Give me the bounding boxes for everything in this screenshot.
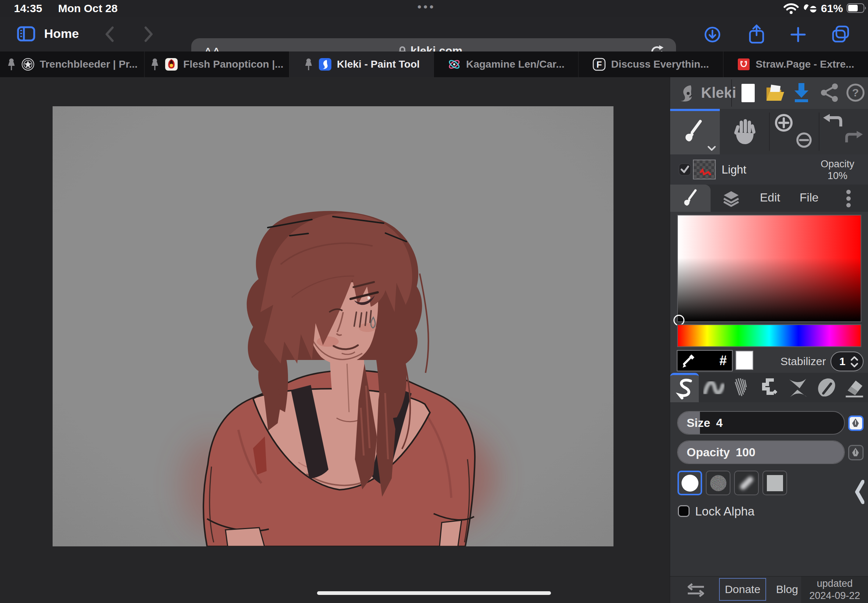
stabilizer-value: 1 xyxy=(839,355,846,368)
tip-soft-stroke[interactable] xyxy=(734,471,759,495)
tab-discuss[interactable]: F Discuss Everythin... xyxy=(579,51,723,77)
tool-row xyxy=(670,109,868,155)
open-file-icon[interactable] xyxy=(765,84,785,102)
size-pressure-toggle[interactable] xyxy=(848,416,863,431)
panel-collapse-handle[interactable] xyxy=(854,480,864,504)
tab-group-home[interactable]: Home xyxy=(44,26,79,41)
battery-percent: 61% xyxy=(821,2,843,15)
opacity-slider[interactable]: Opacity100 xyxy=(677,441,845,464)
active-layer-row[interactable]: Light Opacity 10% xyxy=(670,155,868,185)
tab-label: Flesh Panopticon |... xyxy=(183,59,283,70)
opacity-label: Opacity xyxy=(687,445,730,459)
tip-circle-hard[interactable] xyxy=(678,471,702,495)
tip-spray-preview xyxy=(708,473,729,493)
sidebar-toggle-icon[interactable] xyxy=(17,26,35,42)
size-label: Size xyxy=(687,416,710,430)
swap-tools-icon[interactable] xyxy=(686,583,706,597)
status-shapes-icon xyxy=(803,3,817,14)
header-divider xyxy=(731,79,732,107)
tab-flesh-panopticon[interactable]: Flesh Panopticon |... xyxy=(145,51,289,77)
tab-kagamine[interactable]: Kagamine Len/Car... xyxy=(434,51,579,77)
tip-hard-preview xyxy=(682,475,698,492)
brush-blend[interactable] xyxy=(699,373,727,402)
blog-button[interactable]: Blog xyxy=(772,578,802,601)
tip-spray[interactable] xyxy=(706,471,730,495)
tab-label: Trenchbleeder | Pr... xyxy=(40,59,138,70)
size-slider[interactable]: Size4 xyxy=(677,411,845,434)
tab-label: Kleki - Paint Tool xyxy=(337,59,420,70)
browser-toolbar: Home AA kleki.com xyxy=(0,17,868,51)
ipad-screen: 14:35 Mon Oct 28 ••• 61% Home AA xyxy=(0,0,868,603)
tab-trenchbleeder[interactable]: Trenchbleeder | Pr... xyxy=(0,51,145,77)
layer-visibility-checkbox[interactable] xyxy=(679,163,691,176)
brush-settings-area: Size4 Opacity100 xyxy=(670,402,868,576)
tab-strawpage[interactable]: Straw.Page - Extre... xyxy=(723,51,868,77)
wifi-icon xyxy=(783,3,799,14)
layer-thumbnail[interactable] xyxy=(693,159,716,179)
tip-soft-preview xyxy=(738,475,754,490)
kebab-menu-icon[interactable] xyxy=(846,189,851,208)
brush-smudge[interactable] xyxy=(812,373,840,402)
history-cell xyxy=(819,109,868,155)
battery-icon xyxy=(847,3,866,14)
kleki-favicon xyxy=(319,58,332,71)
pen-nib-icon xyxy=(851,418,860,428)
layers-icon[interactable] xyxy=(723,190,740,207)
tab-kleki[interactable]: Kleki - Paint Tool xyxy=(289,51,434,77)
brush-sketchy[interactable] xyxy=(727,373,755,402)
opacity-value: 100 xyxy=(736,445,755,459)
tab-overview-icon[interactable] xyxy=(831,25,850,43)
brush-tool-button[interactable] xyxy=(670,109,720,155)
saturation-value-field[interactable] xyxy=(677,215,861,322)
zoom-out-icon[interactable] xyxy=(795,131,812,148)
help-icon[interactable]: ? xyxy=(846,83,865,102)
strawpage-favicon xyxy=(737,58,750,71)
kleki-logo-icon xyxy=(678,84,697,103)
redo-icon[interactable] xyxy=(845,131,863,147)
hex-eyedropper-box[interactable]: # xyxy=(677,350,733,371)
back-icon[interactable] xyxy=(104,26,115,42)
tab-strip: Trenchbleeder | Pr... Flesh Panopticon |… xyxy=(0,51,868,77)
hue-slider[interactable] xyxy=(677,324,861,347)
forward-icon[interactable] xyxy=(144,26,155,42)
brush-eraser[interactable] xyxy=(840,373,868,402)
brush-pen[interactable] xyxy=(670,373,699,402)
share-icon[interactable] xyxy=(748,24,765,44)
tip-square[interactable] xyxy=(763,471,787,495)
pin-icon xyxy=(150,58,159,71)
panel-footer: Donate Blog updated 2024-09-22 xyxy=(670,576,868,603)
zoom-in-icon[interactable] xyxy=(774,113,793,132)
kleki-side-panel: Kleki ? xyxy=(670,77,868,603)
hand-tool-button[interactable] xyxy=(720,109,769,155)
tab-label: Straw.Page - Extre... xyxy=(755,59,854,70)
save-download-icon[interactable] xyxy=(793,82,810,103)
undo-icon[interactable] xyxy=(823,114,843,131)
eyedropper-icon[interactable] xyxy=(681,353,696,369)
pin-icon xyxy=(304,58,313,71)
lock-alpha-checkbox[interactable] xyxy=(678,505,690,517)
tab-label: Kagamine Len/Car... xyxy=(466,59,565,70)
pen-nib-icon xyxy=(851,447,860,457)
stabilizer-stepper[interactable]: 1 xyxy=(831,351,863,371)
canvas-artwork xyxy=(53,106,613,546)
kleki-page-background xyxy=(0,77,670,603)
donate-button[interactable]: Donate xyxy=(719,578,766,601)
downloads-icon[interactable] xyxy=(704,26,721,43)
new-image-icon[interactable] xyxy=(741,83,755,103)
current-color-swatch[interactable] xyxy=(736,351,753,370)
opacity-pressure-toggle[interactable] xyxy=(848,445,863,460)
brush-chemy[interactable] xyxy=(784,373,812,402)
new-tab-icon[interactable] xyxy=(790,26,806,43)
menu-file[interactable]: File xyxy=(800,191,819,204)
zoom-tools-cell xyxy=(769,109,819,155)
home-indicator[interactable] xyxy=(317,591,551,595)
brush-family-row xyxy=(670,373,868,402)
brush-pixel[interactable] xyxy=(755,373,784,402)
tab-brush-settings[interactable] xyxy=(670,185,710,212)
hex-input-toggle[interactable]: # xyxy=(719,353,727,368)
stabilizer-label: Stabilizer xyxy=(780,355,826,368)
layer-opacity: Opacity 10% xyxy=(812,158,863,182)
menu-edit[interactable]: Edit xyxy=(760,191,780,204)
share-nodes-icon[interactable] xyxy=(820,83,839,102)
drawing-canvas[interactable] xyxy=(53,106,613,546)
